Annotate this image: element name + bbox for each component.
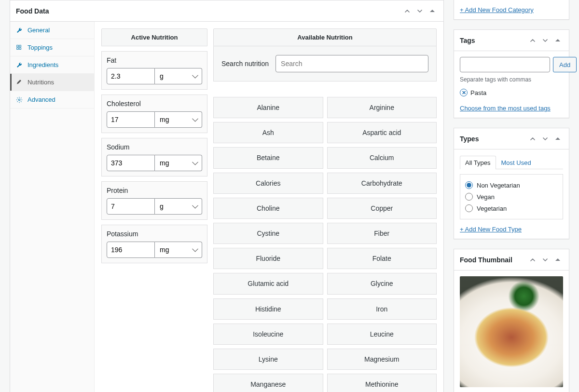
tag-chip: ✕Pasta xyxy=(460,89,486,96)
nutrition-value-input[interactable] xyxy=(107,155,155,171)
nav-item-label: Advanced xyxy=(28,96,55,103)
nav-item-label: Toppings xyxy=(28,44,53,51)
nav-item-label: General xyxy=(28,27,50,34)
move-up-icon[interactable] xyxy=(527,35,538,46)
tags-header: Tags xyxy=(454,30,569,51)
type-radio[interactable] xyxy=(465,181,473,189)
collapse-icon[interactable] xyxy=(552,255,563,265)
thumbnail-image[interactable] xyxy=(460,276,563,387)
grid-icon xyxy=(16,44,23,51)
type-radio[interactable] xyxy=(465,204,473,212)
active-nutrition-heading: Active Nutrition xyxy=(101,28,207,46)
type-option[interactable]: Non Vegetarian xyxy=(465,179,558,191)
available-nutrition-item[interactable]: Aspartic acid xyxy=(327,122,437,143)
type-radio[interactable] xyxy=(465,193,473,201)
available-nutrition-item[interactable]: Methionine xyxy=(327,374,437,392)
search-row: Search nutrition xyxy=(213,46,437,81)
move-down-icon[interactable] xyxy=(540,35,551,46)
nutrition-value-input[interactable] xyxy=(107,111,155,128)
nav-item-advanced[interactable]: Advanced xyxy=(10,91,94,108)
types-header: Types xyxy=(454,128,569,149)
search-input[interactable] xyxy=(276,55,428,72)
gear-icon xyxy=(16,96,23,103)
move-down-icon[interactable] xyxy=(414,6,425,16)
available-nutrition-item[interactable]: Isoleucine xyxy=(213,324,323,345)
type-option-label: Vegetarian xyxy=(477,205,507,212)
collapse-icon[interactable] xyxy=(552,134,563,144)
nutrition-unit-select[interactable]: mg xyxy=(155,111,202,128)
food-data-panel: Food Data GeneralToppingsIngredientsNutr… xyxy=(10,0,444,392)
available-nutrition-item[interactable]: Fluoride xyxy=(213,248,323,269)
available-nutrition-item[interactable]: Fiber xyxy=(327,223,437,244)
food-data-nav: GeneralToppingsIngredientsNutritionsAdva… xyxy=(10,22,95,392)
nav-item-general[interactable]: General xyxy=(10,22,94,39)
wrench-icon xyxy=(16,62,23,68)
tags-input[interactable] xyxy=(460,57,550,72)
move-up-icon[interactable] xyxy=(527,255,538,265)
available-nutrition-item[interactable]: Iron xyxy=(327,298,437,320)
available-nutrition-item[interactable]: Carbohydrate xyxy=(327,173,437,194)
nutrition-item: Potassium mg xyxy=(101,225,207,263)
collapse-icon[interactable] xyxy=(427,6,438,16)
most-used-tags-link[interactable]: Choose from the most used tags xyxy=(460,105,551,112)
available-nutrition-item[interactable]: Magnesium xyxy=(327,349,437,370)
nutrition-value-input[interactable] xyxy=(107,198,155,215)
type-option[interactable]: Vegan xyxy=(465,191,558,203)
available-nutrition-item[interactable]: Histidine xyxy=(213,298,323,320)
nutrition-unit-select[interactable]: mg xyxy=(155,242,202,258)
nutrition-unit-select[interactable]: g xyxy=(155,68,202,84)
thumbnail-title: Food Thumbnail xyxy=(460,256,512,264)
available-nutrition-item[interactable]: Glycine xyxy=(327,273,437,294)
thumbnail-header: Food Thumbnail xyxy=(454,249,569,270)
nutrition-value-input[interactable] xyxy=(107,68,155,84)
nutrition-unit-select[interactable]: g xyxy=(155,198,202,215)
available-nutrition-item[interactable]: Manganese xyxy=(213,374,323,392)
search-label: Search nutrition xyxy=(221,60,269,68)
available-nutrition-item[interactable]: Cystine xyxy=(213,223,323,244)
nutrition-label: Fat xyxy=(107,56,202,64)
move-up-icon[interactable] xyxy=(402,6,413,16)
nav-item-toppings[interactable]: Toppings xyxy=(10,39,94,56)
nutrition-label: Cholesterol xyxy=(107,100,202,108)
nutrition-label: Protein xyxy=(107,187,202,194)
nav-item-nutritions[interactable]: Nutritions xyxy=(10,74,94,91)
collapse-icon[interactable] xyxy=(552,35,563,46)
nutrition-unit-select[interactable]: mg xyxy=(155,155,202,171)
nutrition-label: Sodium xyxy=(107,143,202,151)
available-nutrition-item[interactable]: Ash xyxy=(213,122,323,143)
tag-chip-label: Pasta xyxy=(470,89,486,96)
nav-item-label: Nutritions xyxy=(28,79,54,86)
type-option-label: Non Vegetarian xyxy=(477,182,520,189)
type-option[interactable]: Vegetarian xyxy=(465,203,558,214)
add-type-link[interactable]: + Add New Food Type xyxy=(460,226,522,233)
available-nutrition-item[interactable]: Choline xyxy=(213,198,323,219)
remove-tag-icon[interactable]: ✕ xyxy=(460,89,468,96)
available-nutrition-item[interactable]: Calcium xyxy=(327,147,437,168)
available-nutrition-heading: Available Nutrition xyxy=(213,28,437,46)
add-category-link[interactable]: + Add New Food Category xyxy=(460,6,534,14)
add-tag-button[interactable]: Add xyxy=(553,57,577,72)
types-tab[interactable]: All Types xyxy=(460,156,496,169)
available-nutrition-item[interactable]: Betaine xyxy=(213,147,323,168)
pencil-icon xyxy=(16,79,23,86)
available-nutrition-item[interactable]: Folate xyxy=(327,248,437,269)
move-down-icon[interactable] xyxy=(540,255,551,265)
available-nutrition-item[interactable]: Alanine xyxy=(213,97,323,118)
nutrition-item: Fat g xyxy=(101,51,207,90)
available-nutrition-item[interactable]: Copper xyxy=(327,198,437,219)
available-nutrition-item[interactable]: Glutamic acid xyxy=(213,273,323,294)
move-down-icon[interactable] xyxy=(540,134,551,144)
type-option-label: Vegan xyxy=(477,193,495,201)
available-nutrition-item[interactable]: Leucine xyxy=(327,324,437,345)
nutrition-value-input[interactable] xyxy=(107,242,155,258)
available-nutrition-item[interactable]: Calories xyxy=(213,173,323,194)
tags-help: Separate tags with commas xyxy=(460,76,563,83)
thumbnail-panel: Food Thumbnail Click the image to edit o… xyxy=(454,249,569,392)
available-nutrition-item[interactable]: Arginine xyxy=(327,97,437,118)
move-up-icon[interactable] xyxy=(527,134,538,144)
available-nutrition-item[interactable]: Lysine xyxy=(213,349,323,370)
types-tab[interactable]: Most Used xyxy=(496,156,537,169)
tags-title: Tags xyxy=(460,37,475,44)
nutrition-label: Potassium xyxy=(107,230,202,238)
nav-item-ingredients[interactable]: Ingredients xyxy=(10,56,94,74)
